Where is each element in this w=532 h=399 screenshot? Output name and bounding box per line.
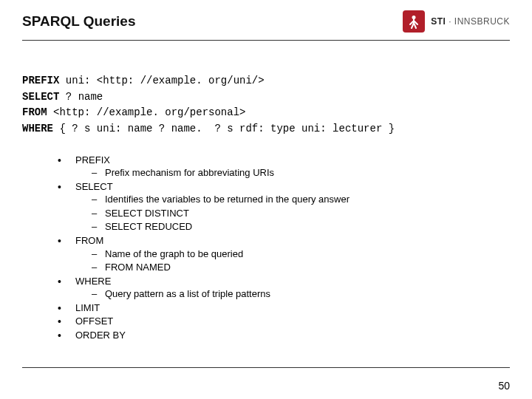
item-label: FROM (75, 235, 103, 246)
divider-top (22, 40, 510, 41)
item-label: LIMIT (75, 302, 100, 313)
sub-item: Identifies the variables to be returned … (92, 193, 510, 206)
item-label: PREFIX (75, 154, 110, 166)
divider-bottom (22, 367, 510, 368)
item-label: SELECT (75, 181, 113, 192)
bullet-list: PREFIX Prefix mechanism for abbreviating… (28, 154, 510, 342)
sub-item: Query pattern as a list of triple patter… (92, 287, 510, 301)
kw-select: SELECT (22, 91, 59, 103)
kw-from: FROM (22, 106, 47, 118)
page-number: 50 (498, 380, 510, 392)
sub-item: SELECT DISTINCT (92, 207, 510, 220)
list-item: ORDER BY (58, 329, 510, 342)
list-item: WHERE Query pattern as a list of triple … (58, 275, 510, 301)
code-l2: ? name (59, 91, 103, 103)
sub-item: SELECT REDUCED (92, 220, 510, 233)
item-label: ORDER BY (75, 330, 126, 341)
logo-text-sub: · INNSBRUCK (446, 16, 510, 27)
logo-text: STI · INNSBRUCK (431, 16, 510, 27)
code-l3: <http: //example. org/personal> (47, 106, 246, 118)
sub-list: Query pattern as a list of triple patter… (75, 287, 510, 301)
list-item: OFFSET (58, 315, 510, 328)
sub-item: Name of the graph to be queried (92, 248, 510, 261)
code-l1: uni: <http: //example. org/uni/> (59, 75, 264, 86)
slide-header: SPARQL Queries STI · INNSBRUCK (0, 0, 532, 30)
kw-prefix: PREFIX (22, 75, 59, 86)
brand-logo: STI · INNSBRUCK (403, 10, 510, 33)
list-item: LIMIT (58, 301, 510, 315)
sub-item: FROM NAMED (92, 261, 510, 274)
item-label: OFFSET (75, 316, 113, 327)
list-item: FROM Name of the graph to be queried FRO… (58, 234, 510, 274)
sub-list: Prefix mechanism for abbreviating URIs (75, 166, 510, 180)
sub-list: Identifies the variables to be returned … (75, 193, 510, 233)
item-label: WHERE (75, 276, 111, 287)
sub-item: Prefix mechanism for abbreviating URIs (92, 166, 510, 180)
sparql-code-block: PREFIX uni: <http: //example. org/uni/> … (22, 73, 510, 137)
sub-list: Name of the graph to be queried FROM NAM… (75, 248, 510, 274)
logo-text-main: STI (431, 16, 446, 27)
code-l4: { ? s uni: name ? name. ? s rdf: type un… (53, 123, 395, 134)
kw-where: WHERE (22, 123, 53, 134)
list-item: SELECT Identifies the variables to be re… (58, 180, 510, 233)
logo-mark-icon (403, 10, 425, 33)
list-item: PREFIX Prefix mechanism for abbreviating… (58, 154, 510, 180)
